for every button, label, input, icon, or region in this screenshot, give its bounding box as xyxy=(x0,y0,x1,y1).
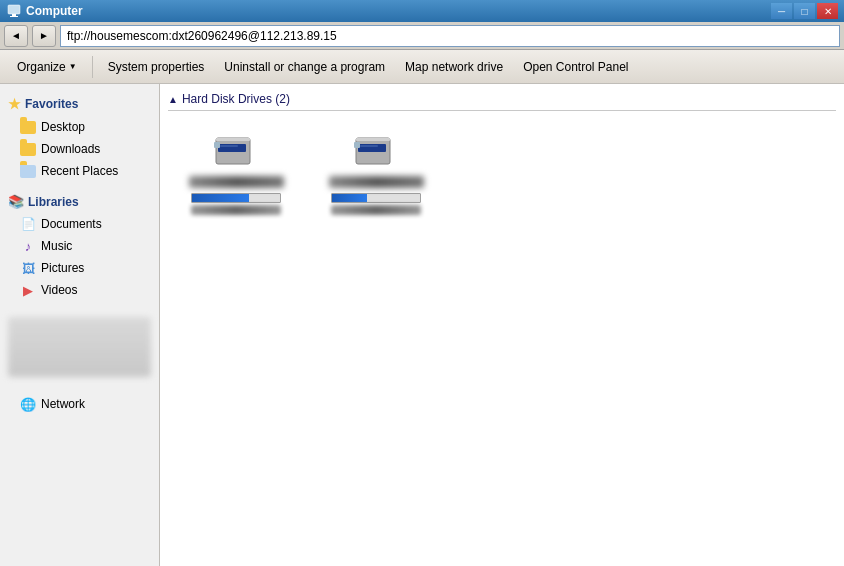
drive-c-icon xyxy=(212,132,260,172)
open-control-panel-button[interactable]: Open Control Panel xyxy=(514,54,637,80)
organize-label: Organize xyxy=(17,60,66,74)
svg-rect-2 xyxy=(10,16,18,17)
drive-d-label-blurred xyxy=(329,176,424,188)
blurred-section xyxy=(8,317,151,377)
sidebar-item-music[interactable]: ♪ Music xyxy=(0,235,159,257)
svg-rect-1 xyxy=(12,14,16,16)
uninstall-button[interactable]: Uninstall or change a program xyxy=(215,54,394,80)
sidebar-item-documents[interactable]: 📄 Documents xyxy=(0,213,159,235)
sidebar: ★ Favorites Desktop Downloads Recent Pla… xyxy=(0,84,160,566)
svg-rect-9 xyxy=(356,138,390,141)
address-bar: ◄ ► xyxy=(0,22,844,50)
title-bar: Computer ─ □ ✕ xyxy=(0,0,844,22)
svg-rect-0 xyxy=(8,5,20,14)
window-controls: ─ □ ✕ xyxy=(771,3,838,19)
sidebar-item-network[interactable]: 🌐 Network xyxy=(0,393,159,415)
network-icon: 🌐 xyxy=(20,396,36,412)
sidebar-item-recent-places[interactable]: Recent Places xyxy=(0,160,159,182)
uninstall-label: Uninstall or change a program xyxy=(224,60,385,74)
star-icon: ★ xyxy=(8,96,21,112)
section-arrow-icon: ▲ xyxy=(168,94,178,105)
svg-rect-12 xyxy=(354,142,360,148)
maximize-button[interactable]: □ xyxy=(794,3,815,19)
svg-rect-6 xyxy=(220,145,238,147)
forward-button[interactable]: ► xyxy=(32,25,56,47)
videos-label: Videos xyxy=(41,283,77,297)
svg-rect-11 xyxy=(360,145,378,147)
hard-disk-section-label: Hard Disk Drives (2) xyxy=(182,92,290,106)
map-network-label: Map network drive xyxy=(405,60,503,74)
favorites-label: Favorites xyxy=(25,97,78,111)
content-area: ▲ Hard Disk Drives (2) xyxy=(160,84,844,566)
title-text: Computer xyxy=(26,4,83,18)
sidebar-item-desktop[interactable]: Desktop xyxy=(0,116,159,138)
drive-c-progress-container xyxy=(191,193,281,203)
libraries-icon: 📚 xyxy=(8,194,24,209)
recent-places-icon xyxy=(20,163,36,179)
pictures-label: Pictures xyxy=(41,261,84,275)
address-input[interactable] xyxy=(60,25,840,47)
main-layout: ★ Favorites Desktop Downloads Recent Pla… xyxy=(0,84,844,566)
network-label: Network xyxy=(41,397,85,411)
computer-icon xyxy=(6,3,22,19)
drive-c-label-blurred xyxy=(189,176,284,188)
back-button[interactable]: ◄ xyxy=(4,25,28,47)
documents-icon: 📄 xyxy=(20,216,36,232)
svg-rect-4 xyxy=(216,138,250,141)
libraries-label: Libraries xyxy=(28,195,79,209)
videos-icon: ▶ xyxy=(20,282,36,298)
svg-rect-7 xyxy=(214,142,220,148)
drive-item-d[interactable] xyxy=(316,125,436,222)
drive-d-size-blurred xyxy=(331,205,421,215)
desktop-folder-icon xyxy=(20,119,36,135)
drives-container xyxy=(168,121,836,226)
sidebar-item-downloads[interactable]: Downloads xyxy=(0,138,159,160)
map-network-button[interactable]: Map network drive xyxy=(396,54,512,80)
close-button[interactable]: ✕ xyxy=(817,3,838,19)
toolbar-separator-1 xyxy=(92,56,93,78)
drive-d-progress-container xyxy=(331,193,421,203)
drive-c-progress-fill xyxy=(192,194,249,202)
open-control-panel-label: Open Control Panel xyxy=(523,60,628,74)
drive-c-size-blurred xyxy=(191,205,281,215)
organize-dropdown-arrow: ▼ xyxy=(69,62,77,71)
favorites-header[interactable]: ★ Favorites xyxy=(0,92,159,116)
drive-d-progress-fill xyxy=(332,194,367,202)
sidebar-item-pictures[interactable]: 🖼 Pictures xyxy=(0,257,159,279)
toolbar: Organize ▼ System properties Uninstall o… xyxy=(0,50,844,84)
drive-item-c[interactable] xyxy=(176,125,296,222)
system-properties-button[interactable]: System properties xyxy=(99,54,214,80)
drive-d-icon xyxy=(352,132,400,172)
music-label: Music xyxy=(41,239,72,253)
sidebar-item-videos[interactable]: ▶ Videos xyxy=(0,279,159,301)
documents-label: Documents xyxy=(41,217,102,231)
pictures-icon: 🖼 xyxy=(20,260,36,276)
organize-button[interactable]: Organize ▼ xyxy=(8,54,86,80)
hard-disk-section-header: ▲ Hard Disk Drives (2) xyxy=(168,92,836,111)
libraries-header[interactable]: 📚 Libraries xyxy=(0,190,159,213)
downloads-folder-icon xyxy=(20,141,36,157)
minimize-button[interactable]: ─ xyxy=(771,3,792,19)
recent-places-label: Recent Places xyxy=(41,164,118,178)
downloads-label: Downloads xyxy=(41,142,100,156)
desktop-label: Desktop xyxy=(41,120,85,134)
music-icon: ♪ xyxy=(20,238,36,254)
system-properties-label: System properties xyxy=(108,60,205,74)
